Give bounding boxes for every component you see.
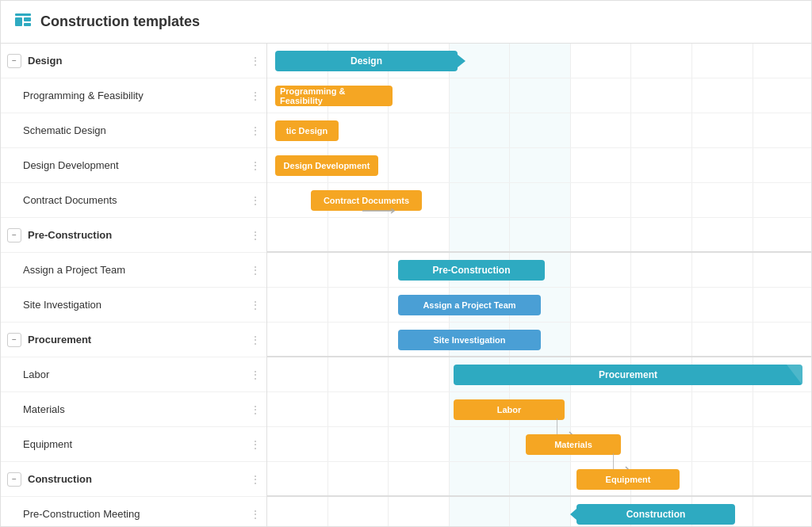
left-panel: − Design ⋮ Programming & Feasibility ⋮ S… — [1, 44, 267, 526]
bar-equipment[interactable]: Equipment — [576, 469, 680, 490]
label-labor: Labor — [23, 369, 247, 380]
row-construction: − Construction ⋮ — [1, 462, 266, 497]
svg-rect-1 — [15, 17, 22, 26]
row-contract-docs: Contract Documents ⋮ — [1, 183, 266, 218]
main-area: − Design ⋮ Programming & Feasibility ⋮ S… — [1, 44, 811, 526]
expand-design[interactable]: − — [7, 54, 21, 68]
grid-col-9 — [753, 44, 812, 526]
label-pre-construction-meeting: Pre-Construction Meeting — [23, 508, 247, 520]
label-site-investigation: Site Investigation — [23, 299, 247, 311]
bar-labor[interactable]: Labor — [454, 399, 565, 420]
row-procurement: − Procurement ⋮ — [1, 323, 266, 357]
svg-rect-3 — [24, 23, 31, 26]
label-design: Design — [28, 55, 247, 67]
template-icon — [13, 10, 33, 33]
bar-pre-construction[interactable]: Pre-Construction — [398, 260, 545, 281]
page-title: Construction templates — [40, 13, 200, 30]
bar-contract-docs[interactable]: Contract Documents — [311, 190, 422, 211]
label-schem-design: Schematic Design — [23, 124, 247, 136]
label-assign-team: Assign a Project Team — [23, 264, 247, 276]
grid-col-1 — [267, 44, 328, 526]
drag-prog-feas[interactable]: ⋮ — [250, 90, 260, 102]
drag-pre-construction-meeting[interactable]: ⋮ — [250, 508, 260, 521]
drag-construction[interactable]: ⋮ — [250, 473, 260, 486]
drag-labor[interactable]: ⋮ — [250, 369, 260, 381]
grid-col-2 — [328, 44, 389, 526]
label-pre-construction: Pre-Construction — [28, 229, 247, 241]
drag-contract-docs[interactable]: ⋮ — [250, 194, 260, 207]
bar-design[interactable]: Design — [275, 51, 458, 71]
row-design-dev: Design Development ⋮ — [1, 148, 266, 183]
row-materials: Materials ⋮ — [1, 392, 266, 427]
label-prog-feas: Programming & Feasibility — [23, 90, 247, 101]
drag-materials[interactable]: ⋮ — [250, 403, 260, 416]
drag-schem-design[interactable]: ⋮ — [250, 124, 260, 137]
bar-procurement[interactable]: Procurement — [454, 365, 802, 385]
app-container: Construction templates − Design ⋮ Progra… — [0, 0, 812, 527]
row-site-investigation: Site Investigation ⋮ — [1, 288, 266, 323]
drag-equipment[interactable]: ⋮ — [250, 438, 260, 451]
bar-site-investigation[interactable]: Site Investigation — [398, 330, 541, 350]
gantt-panel: Design Programming & Feasibility tic Des… — [267, 44, 811, 526]
bar-construction-group[interactable]: Construction — [576, 504, 735, 525]
drag-assign-team[interactable]: ⋮ — [250, 264, 260, 277]
bar-assign-team[interactable]: Assign a Project Team — [398, 295, 541, 315]
drag-design-dev[interactable]: ⋮ — [250, 159, 260, 172]
drag-procurement[interactable]: ⋮ — [250, 334, 260, 346]
label-materials: Materials — [23, 403, 247, 415]
drag-pre-construction[interactable]: ⋮ — [250, 229, 260, 242]
expand-construction[interactable]: − — [7, 472, 21, 487]
bar-schem-design[interactable]: tic Design — [275, 120, 339, 141]
expand-pre-construction[interactable]: − — [7, 228, 21, 242]
bar-materials[interactable]: Materials — [526, 434, 621, 455]
grid-col-7 — [631, 44, 692, 526]
row-equipment: Equipment ⋮ — [1, 427, 266, 462]
grid-col-8 — [692, 44, 753, 526]
page-header: Construction templates — [1, 1, 811, 44]
row-labor: Labor ⋮ — [1, 357, 266, 392]
label-equipment: Equipment — [23, 438, 247, 450]
grid-col-3 — [389, 44, 450, 526]
bar-prog-feas[interactable]: Programming & Feasibility — [275, 86, 393, 106]
bar-design-dev[interactable]: Design Development — [275, 155, 378, 176]
row-pre-construction: − Pre-Construction ⋮ — [1, 218, 266, 253]
label-contract-docs: Contract Documents — [23, 194, 247, 206]
row-prog-feas: Programming & Feasibility ⋮ — [1, 78, 266, 113]
drag-site-investigation[interactable]: ⋮ — [250, 299, 260, 311]
svg-rect-2 — [24, 17, 31, 21]
row-schem-design: Schematic Design ⋮ — [1, 113, 266, 148]
row-design: − Design ⋮ — [1, 44, 266, 78]
row-pre-construction-meeting: Pre-Construction Meeting ⋮ — [1, 497, 266, 526]
label-construction: Construction — [28, 473, 247, 485]
drag-design[interactable]: ⋮ — [250, 55, 260, 67]
row-assign-team: Assign a Project Team ⋮ — [1, 253, 266, 288]
expand-procurement[interactable]: − — [7, 333, 21, 347]
grid-col-4 — [450, 44, 511, 526]
label-design-dev: Design Development — [23, 159, 247, 171]
label-procurement: Procurement — [28, 334, 247, 346]
svg-rect-0 — [15, 13, 31, 16]
